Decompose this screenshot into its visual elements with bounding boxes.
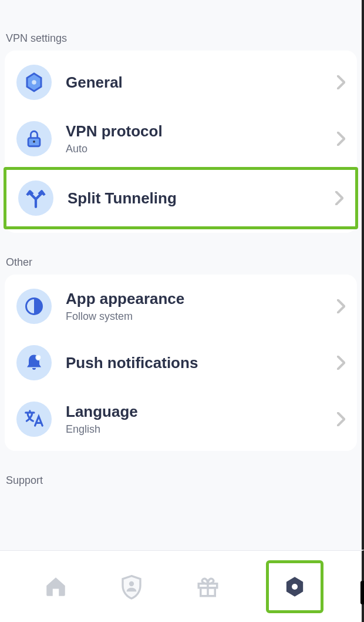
chevron-right-icon <box>337 132 345 146</box>
row-general[interactable]: General <box>5 54 357 111</box>
row-split-tunneling[interactable]: Split Tunneling <box>4 167 358 229</box>
split-arrows-icon <box>18 180 53 216</box>
row-subtitle: Follow system <box>66 310 337 323</box>
section-label-vpn: VPN settings <box>5 0 357 51</box>
chevron-right-icon <box>335 191 343 205</box>
section-label-other: Other <box>5 233 357 275</box>
row-title: General <box>66 73 337 92</box>
section-label-support: Support <box>5 451 357 493</box>
contrast-icon <box>16 289 52 324</box>
row-language[interactable]: Language English <box>5 391 357 447</box>
chevron-right-icon <box>337 412 345 426</box>
chevron-right-icon <box>337 356 345 370</box>
svg-point-5 <box>129 581 134 586</box>
svg-point-9 <box>292 584 298 590</box>
row-title: Split Tunneling <box>68 189 335 208</box>
row-vpn-protocol[interactable]: VPN protocol Auto <box>5 111 357 167</box>
row-subtitle: Auto <box>66 143 337 155</box>
chevron-right-icon <box>337 299 345 313</box>
chevron-right-icon <box>337 75 345 89</box>
row-app-appearance[interactable]: App appearance Follow system <box>5 278 357 335</box>
nav-home[interactable] <box>38 569 73 604</box>
svg-point-4 <box>36 355 41 360</box>
nav-gift[interactable] <box>190 569 225 604</box>
shield-person-icon <box>120 574 143 600</box>
side-handle <box>360 581 364 604</box>
language-icon <box>16 402 52 437</box>
svg-point-0 <box>32 80 36 85</box>
home-icon <box>43 574 68 599</box>
nav-shield[interactable] <box>114 569 149 604</box>
row-title: App appearance <box>66 290 337 308</box>
bottom-nav <box>0 550 364 622</box>
bell-icon <box>16 345 52 380</box>
hexagon-icon <box>16 65 52 100</box>
row-title: VPN protocol <box>66 122 337 141</box>
row-subtitle: English <box>66 423 337 436</box>
other-settings-card: App appearance Follow system Push notifi… <box>5 275 357 451</box>
row-push-notifications[interactable]: Push notifications <box>5 335 357 391</box>
nav-settings[interactable] <box>266 560 323 613</box>
row-title: Push notifications <box>66 354 337 372</box>
gift-icon <box>196 574 220 599</box>
svg-point-2 <box>33 141 35 143</box>
vpn-settings-card: General VPN protocol Auto <box>5 51 357 233</box>
row-title: Language <box>66 403 337 421</box>
hexagon-icon <box>283 575 306 598</box>
lock-icon <box>16 121 52 156</box>
